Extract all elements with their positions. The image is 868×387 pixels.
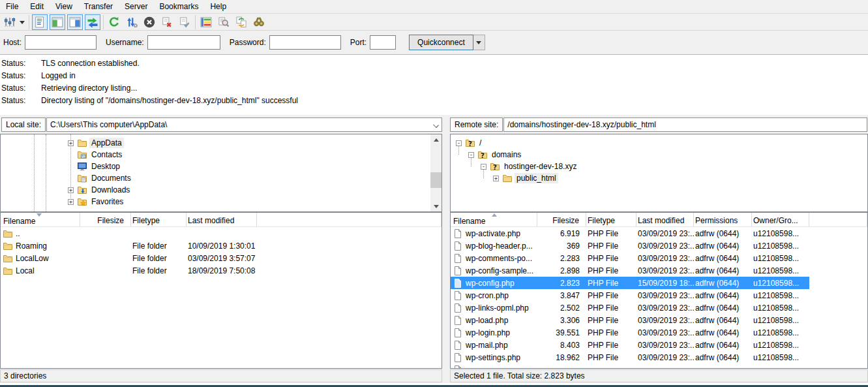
host-input[interactable] xyxy=(25,35,97,50)
tree-item-public-html[interactable]: + public_html xyxy=(451,172,867,184)
table-row[interactable]: wp-load.php 3.306 PHP File 03/09/2019 23… xyxy=(451,314,867,326)
file-name: wp-blog-header.p... xyxy=(466,241,533,251)
directory-comparison-button[interactable] xyxy=(198,14,214,30)
menu-bookmarks[interactable]: Bookmarks xyxy=(153,1,204,12)
menu-view[interactable]: View xyxy=(50,1,78,12)
column-header-filetype[interactable]: Filetype xyxy=(586,213,636,226)
table-row[interactable]: wp-activate.php 6.919 PHP File 03/09/201… xyxy=(451,227,867,240)
menu-server[interactable]: Server xyxy=(119,1,153,12)
username-input[interactable] xyxy=(147,35,220,50)
column-header-filetype[interactable]: Filetype xyxy=(131,213,187,226)
log-status-label: Status: xyxy=(0,95,41,107)
file-name: .. xyxy=(16,229,20,238)
file-size: 18.962 xyxy=(537,353,586,362)
column-header-permissions[interactable]: Permissions xyxy=(694,213,752,226)
table-row[interactable]: LocalLow File folder 03/09/2019 3:57:07 xyxy=(1,252,441,264)
cancel-operation-button[interactable] xyxy=(142,14,157,30)
local-path-combo[interactable] xyxy=(46,117,442,132)
tree-item-domains[interactable]: - domains xyxy=(451,149,867,161)
remote-path-combo[interactable] xyxy=(503,117,867,132)
menu-edit[interactable]: Edit xyxy=(24,1,50,12)
file-modified: 03/09/2019 23:... xyxy=(636,291,694,300)
table-row[interactable]: wp-blog-header.p... 369 PHP File 03/09/2… xyxy=(451,240,867,252)
message-log-toggle-button[interactable] xyxy=(32,14,48,30)
expander-icon[interactable]: - xyxy=(456,140,462,146)
tree-item-hostinger-dev[interactable]: - hostinger-dev-18.xyz xyxy=(451,161,867,172)
expander-icon[interactable]: - xyxy=(481,164,486,170)
table-row[interactable]: wp-config-sample... 2.898 PHP File 03/09… xyxy=(451,264,867,277)
expander-icon[interactable]: + xyxy=(68,187,74,193)
table-row[interactable]: wp-cron.php 3.847 PHP File 03/09/2019 23… xyxy=(451,289,867,302)
local-tree-icon xyxy=(51,16,64,29)
tree-item-favorites[interactable]: + Favorites xyxy=(1,196,441,208)
quickconnect-dropdown[interactable] xyxy=(473,35,485,50)
scrollbar-thumb[interactable] xyxy=(430,172,441,188)
refresh-button[interactable] xyxy=(106,14,122,30)
remote-path-input[interactable] xyxy=(504,118,867,131)
local-tree-toggle-button[interactable] xyxy=(50,14,65,30)
table-row[interactable]: wp-mail.php 8.403 PHP File 03/09/2019 23… xyxy=(451,339,867,351)
expander-icon[interactable]: - xyxy=(468,152,474,158)
local-site-label: Local site: xyxy=(1,117,46,132)
file-owner: u12108598... xyxy=(752,341,809,350)
expander-icon[interactable]: + xyxy=(68,140,74,146)
column-header-owner-group[interactable]: Owner/Gro... xyxy=(752,213,809,226)
site-manager-dropdown[interactable] xyxy=(18,14,26,30)
file-size: 6.919 xyxy=(537,229,586,238)
tree-item-appdata[interactable]: + AppData xyxy=(1,137,441,149)
table-row[interactable]: Local File folder 18/09/2019 7:50:08 xyxy=(1,264,441,277)
file-icon xyxy=(453,266,463,276)
reconnect-button[interactable] xyxy=(177,14,192,30)
menu-file[interactable]: File xyxy=(0,1,24,12)
folder-icon xyxy=(77,138,87,148)
local-tree-scrollbar[interactable] xyxy=(430,134,441,211)
expander-icon[interactable]: + xyxy=(68,199,74,205)
file-permissions: adfrw (0644) xyxy=(694,229,752,238)
menu-help[interactable]: Help xyxy=(204,1,232,12)
table-row[interactable]: .. xyxy=(1,227,441,240)
file-permissions: adfrw (0644) xyxy=(694,316,752,325)
transfer-queue-toggle-button[interactable] xyxy=(85,14,100,30)
file-type: PHP File xyxy=(586,229,636,238)
expander-icon[interactable]: + xyxy=(493,176,499,181)
disconnect-button[interactable] xyxy=(159,14,175,30)
column-header-filesize[interactable]: Filesize xyxy=(80,213,131,226)
file-size: 2.283 xyxy=(537,254,586,263)
port-input[interactable] xyxy=(370,35,396,50)
file-owner: u12108598... xyxy=(752,303,809,313)
file-icon xyxy=(453,228,463,239)
scroll-down-button[interactable] xyxy=(430,201,441,211)
column-header-filler xyxy=(257,213,441,226)
synchronized-browsing-button[interactable] xyxy=(233,14,249,30)
password-input[interactable] xyxy=(269,35,341,50)
table-row-selected[interactable]: wp-config.php 2.823 PHP File 15/09/2019 … xyxy=(451,277,809,289)
table-row[interactable]: wp-comments-po... 2.283 PHP File 03/09/2… xyxy=(451,252,867,264)
tree-item-root[interactable]: - / xyxy=(451,137,867,149)
tree-item-documents[interactable]: Documents xyxy=(1,172,441,184)
file-size: 8.403 xyxy=(537,341,586,350)
file-icon xyxy=(453,278,463,288)
tree-item-downloads[interactable]: + Downloads xyxy=(1,184,441,196)
tree-item-contacts[interactable]: Contacts xyxy=(1,149,441,161)
file-modified: 03/09/2019 23:... xyxy=(636,328,694,337)
column-header-filesize[interactable]: Filesize xyxy=(537,213,586,226)
table-row[interactable]: wp-settings.php 18.962 PHP File 03/09/20… xyxy=(451,351,867,364)
quickconnect-button[interactable]: Quickconnect xyxy=(409,35,473,50)
find-files-button[interactable] xyxy=(251,14,267,30)
column-header-last-modified[interactable]: Last modified xyxy=(636,213,694,226)
site-manager-button[interactable] xyxy=(2,14,18,30)
refresh-icon xyxy=(108,16,121,29)
table-row[interactable]: wp-links-opml.php 2.502 PHP File 03/09/2… xyxy=(451,302,867,314)
table-row[interactable]: Roaming File folder 10/09/2019 1:30:01 xyxy=(1,240,441,252)
menu-transfer[interactable]: Transfer xyxy=(78,1,119,12)
scroll-up-button[interactable] xyxy=(430,134,441,145)
local-path-input[interactable] xyxy=(47,118,441,131)
filename-filters-button[interactable] xyxy=(216,14,232,30)
file-permissions: adfrw (0644) xyxy=(694,353,752,362)
process-queue-button[interactable] xyxy=(124,14,140,30)
remote-tree-toggle-button[interactable] xyxy=(67,14,83,30)
tree-item-desktop[interactable]: Desktop xyxy=(1,161,441,172)
log-status-label: Status: xyxy=(0,70,41,82)
table-row[interactable]: wp-login.php 39.551 PHP File 03/09/2019 … xyxy=(451,326,867,339)
column-header-last-modified[interactable]: Last modified xyxy=(187,213,257,226)
